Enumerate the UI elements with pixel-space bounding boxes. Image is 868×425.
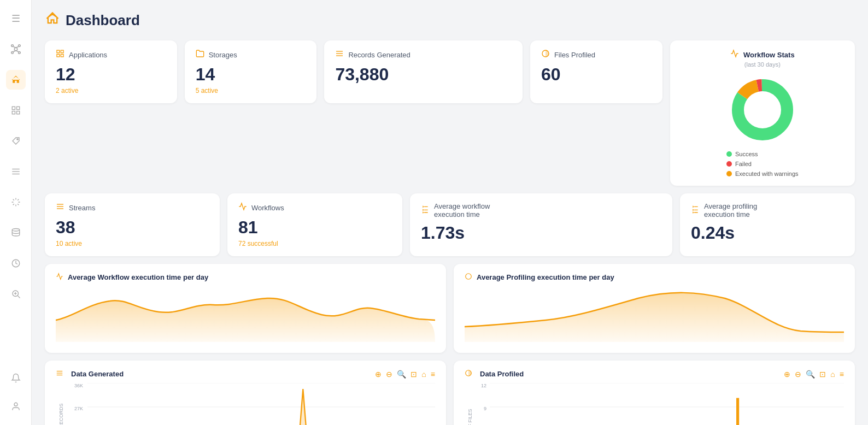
files-value: 60: [541, 64, 652, 85]
home-title-icon: [45, 11, 60, 29]
cloud-network-icon[interactable]: [6, 39, 26, 59]
user-icon[interactable]: [6, 397, 26, 416]
svg-point-13: [16, 139, 17, 140]
home-icon[interactable]: [6, 70, 26, 90]
data-generated-card: Data Generated ⊕ ⊖ 🔍 ⊡ ⌂ ≡ NUMBER OF REC…: [45, 361, 446, 425]
menu-chart-icon[interactable]: ≡: [431, 370, 435, 379]
zoom-out-2-icon[interactable]: ⊖: [795, 370, 801, 379]
svg-rect-10: [16, 107, 19, 109]
avg-workflow-icon: [421, 205, 430, 216]
legend-success: Success: [726, 151, 799, 157]
data-profiled-title: Data Profiled: [480, 370, 524, 378]
streams-sub: 10 active: [56, 240, 209, 247]
zoom-out-icon[interactable]: ⊖: [386, 370, 392, 379]
avg-workflow-title: Average workflow execution time: [434, 202, 490, 219]
menu-chart-2-icon[interactable]: ≡: [840, 370, 844, 379]
streams-value: 38: [56, 217, 209, 238]
clock-icon[interactable]: [6, 253, 26, 273]
workflow-chart-icon: [56, 273, 63, 282]
y-tick: 9: [484, 406, 486, 411]
analytics-icon[interactable]: [6, 284, 26, 304]
svg-point-4: [18, 52, 20, 54]
svg-line-7: [13, 51, 16, 52]
menu-icon[interactable]: ☰: [6, 9, 26, 28]
avg-workflow-time-card: Average workflow execution time 1.73s: [410, 193, 672, 256]
legend-failed: Failed: [726, 161, 799, 167]
applications-label: Applications: [69, 51, 107, 59]
list-icon[interactable]: [6, 162, 26, 181]
database-icon[interactable]: [6, 223, 26, 243]
profiling-chart-icon: [465, 273, 472, 282]
svg-point-35: [745, 92, 780, 127]
svg-point-2: [18, 45, 20, 47]
zoom-in-icon[interactable]: ⊕: [375, 370, 382, 379]
workflows-label: Workflows: [251, 204, 284, 212]
applications-icon: [56, 49, 64, 60]
applications-sub: 2 active: [56, 87, 166, 95]
zoom-in-2-icon[interactable]: ⊕: [784, 370, 790, 379]
avg-workflow-value: 1.73s: [421, 223, 661, 243]
select-icon[interactable]: ⊡: [410, 370, 417, 379]
main-content: Dashboard Applications 12 2 active: [32, 0, 868, 425]
records-value: 73,880: [335, 64, 512, 85]
svg-rect-26: [57, 54, 60, 57]
files-icon: [541, 49, 550, 60]
workflow-chart-title: Average Workflow execution time per day: [68, 273, 208, 281]
reset-2-icon[interactable]: ⌂: [830, 370, 835, 379]
svg-rect-12: [16, 111, 19, 114]
data-prof-y-label: NUMBER OF FILES: [465, 383, 476, 425]
sidebar: ☰: [0, 0, 32, 425]
avg-profiling-title: Average profiling execution time: [704, 202, 757, 219]
svg-point-17: [12, 229, 20, 232]
legend-warnings: Executed with warnings: [726, 170, 799, 177]
success-label: Success: [735, 151, 758, 157]
storages-sub: 5 active: [196, 87, 306, 95]
workflows-card: Workflows 81 72 successful: [227, 193, 402, 256]
svg-line-5: [13, 46, 16, 48]
svg-point-0: [14, 48, 17, 51]
data-generated-title: Data Generated: [71, 370, 124, 378]
dashboard-title: Dashboard: [66, 12, 140, 29]
workflows-value: 81: [238, 217, 391, 238]
donut-legend: Success Failed Executed with warnings: [726, 151, 799, 177]
search-2-icon[interactable]: 🔍: [806, 370, 815, 379]
warnings-dot: [726, 171, 732, 176]
streams-icon: [56, 202, 64, 213]
workflows-sub: 72 successful: [238, 240, 391, 247]
select-2-icon[interactable]: ⊡: [819, 370, 826, 379]
search-icon[interactable]: 🔍: [397, 370, 406, 379]
svg-line-8: [16, 51, 19, 52]
applications-value: 12: [56, 64, 166, 85]
files-profiled-card: Files Profiled 60: [530, 40, 662, 103]
y-tick: 27K: [74, 406, 83, 411]
svg-point-3: [11, 52, 13, 54]
svg-rect-9: [12, 107, 15, 109]
svg-point-39: [466, 274, 472, 280]
reset-icon[interactable]: ⌂: [421, 370, 426, 379]
svg-rect-11: [12, 111, 15, 114]
storages-value: 14: [196, 64, 306, 85]
page-title-area: Dashboard: [45, 11, 855, 29]
streams-card: Streams 38 10 active: [45, 193, 220, 256]
svg-point-1: [11, 45, 13, 47]
tag-icon[interactable]: [6, 131, 26, 151]
bell-icon[interactable]: [6, 368, 26, 388]
svg-rect-24: [57, 50, 60, 53]
streams-label: Streams: [69, 204, 95, 212]
avg-profiling-icon: [691, 205, 700, 216]
avg-profiling-value: 0.24s: [691, 223, 844, 243]
y-tick: 12: [481, 383, 486, 388]
storages-icon: [196, 49, 204, 60]
failed-label: Failed: [735, 161, 752, 167]
failed-dot: [726, 161, 732, 167]
records-label: Records Generated: [348, 51, 410, 59]
files-label: Files Profiled: [554, 51, 595, 59]
profiling-chart-title: Average Profiling execution time per day: [477, 273, 614, 281]
workflow-time-chart-card: Average Workflow execution time per day: [45, 264, 446, 353]
avg-profiling-time-card: Average profiling execution time 0.24s: [680, 193, 855, 256]
apps-icon[interactable]: [6, 101, 26, 120]
y-tick: 36K: [74, 383, 83, 388]
svg-line-20: [17, 296, 20, 298]
workflow-nav-icon[interactable]: [6, 192, 26, 212]
svg-rect-27: [61, 54, 63, 57]
